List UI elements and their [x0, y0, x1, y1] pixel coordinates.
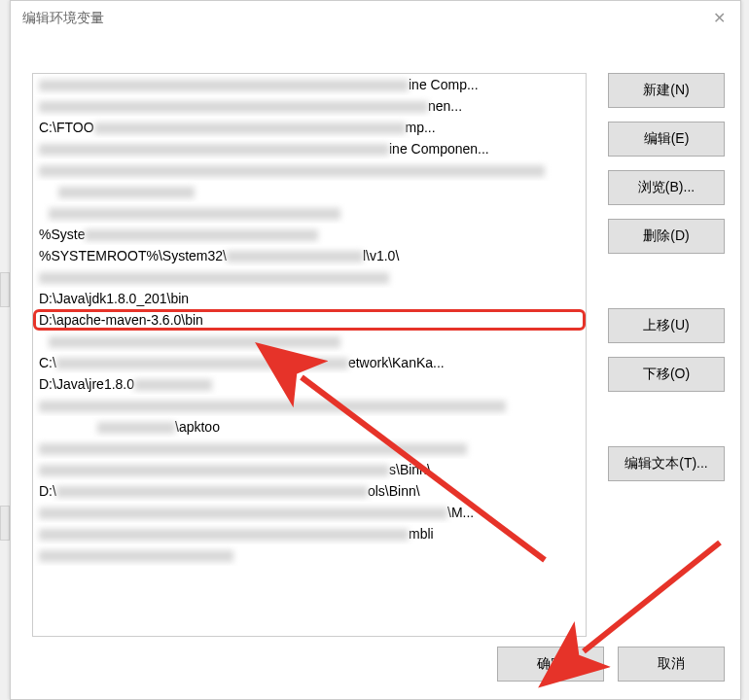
move-down-button[interactable]: 下移(O)	[608, 357, 725, 392]
dialog-title: 编辑环境变量	[22, 10, 104, 27]
list-item[interactable]: mbli	[33, 523, 586, 544]
list-item-text-tail: \apktoo	[175, 419, 220, 435]
list-item[interactable]: s\Binn\	[33, 459, 586, 480]
list-item[interactable]: nen...	[33, 95, 586, 117]
new-button[interactable]: 新建(N)	[608, 73, 725, 108]
browse-button[interactable]: 浏览(B)...	[608, 170, 725, 205]
path-listbox[interactable]: ine Comp...nen...C:\FTOOmp...ine Compone…	[32, 73, 587, 637]
list-item[interactable]	[33, 544, 586, 566]
list-item-text: %Syste	[39, 227, 85, 242]
list-item-text-tail: l\v1.0\	[363, 248, 399, 263]
cancel-button[interactable]: 取消	[618, 647, 725, 682]
path-list-scroll[interactable]: ine Comp...nen...C:\FTOOmp...ine Compone…	[33, 74, 586, 636]
list-item[interactable]: ine Componen...	[33, 138, 586, 159]
list-item[interactable]: \M...	[33, 502, 586, 523]
list-item[interactable]	[33, 438, 586, 459]
list-item-text-tail: mp...	[406, 120, 436, 135]
list-item-text-tail: ine Componen...	[389, 141, 489, 157]
list-item-text: D:\	[39, 483, 56, 499]
list-item-text-tail: ols\Binn\	[368, 483, 420, 499]
list-item[interactable]: D:\Java\jre1.8.0	[33, 373, 586, 395]
list-item-text: %SYSTEMROOT%\System32\	[39, 248, 227, 263]
list-item-text-tail: s\Binn\	[389, 462, 431, 477]
list-item[interactable]	[33, 159, 586, 181]
button-spacer	[608, 405, 725, 433]
list-item-text: D:\Java\jre1.8.0	[39, 376, 134, 392]
list-item[interactable]	[33, 395, 586, 416]
list-item[interactable]: %SYSTEMROOT%\System32\l\v1.0\	[33, 245, 586, 266]
list-item[interactable]: C:\etwork\KanKa...	[33, 352, 586, 373]
list-item[interactable]	[33, 331, 586, 352]
list-item-text: C:\	[39, 355, 56, 370]
list-item-text-tail: mbli	[409, 526, 434, 542]
list-item[interactable]: C:\FTOOmp...	[33, 117, 586, 138]
list-item[interactable]: ine Comp...	[33, 74, 586, 95]
edit-button[interactable]: 编辑(E)	[608, 122, 725, 157]
move-up-button[interactable]: 上移(U)	[608, 308, 725, 343]
list-item[interactable]: D:\Java\jdk1.8.0_201\bin	[33, 288, 586, 309]
button-spacer	[608, 267, 725, 295]
list-item-text: D:\apache-maven-3.6.0\bin	[39, 312, 203, 328]
list-item-text: C:\FTOO	[39, 120, 94, 135]
list-item[interactable]: D:\apache-maven-3.6.0\bin	[33, 309, 586, 331]
background-dialog-edge	[0, 506, 10, 541]
edit-text-button[interactable]: 编辑文本(T)...	[608, 446, 725, 481]
list-item-text-tail: ine Comp...	[409, 77, 479, 92]
background-dialog-edge	[0, 272, 10, 307]
list-item[interactable]	[33, 181, 586, 202]
list-item-text: D:\Java\jdk1.8.0_201\bin	[39, 291, 189, 306]
list-item-text-tail: nen...	[428, 98, 462, 114]
list-item[interactable]	[33, 202, 586, 224]
ok-button[interactable]: 确定	[497, 647, 604, 682]
list-item-text-tail: etwork\KanKa...	[348, 355, 445, 370]
dialog-content: ine Comp...nen...C:\FTOOmp...ine Compone…	[11, 36, 740, 699]
list-item-text-tail: \M...	[447, 505, 474, 520]
list-item[interactable]: \apktoo	[33, 416, 586, 438]
action-button-panel: 新建(N) 编辑(E) 浏览(B)... 删除(D) 上移(U) 下移(O) 编…	[608, 73, 725, 481]
list-item[interactable]	[33, 266, 586, 288]
titlebar: 编辑环境变量 ✕	[11, 1, 740, 36]
list-item[interactable]: D:\ols\Binn\	[33, 480, 586, 502]
dialog-window: 编辑环境变量 ✕ ine Comp...nen...C:\FTOOmp...in…	[10, 0, 741, 700]
list-item[interactable]: %Syste	[33, 224, 586, 245]
close-icon[interactable]: ✕	[709, 9, 729, 28]
delete-button[interactable]: 删除(D)	[608, 219, 725, 254]
dialog-bottom-buttons: 确定 取消	[497, 647, 725, 682]
